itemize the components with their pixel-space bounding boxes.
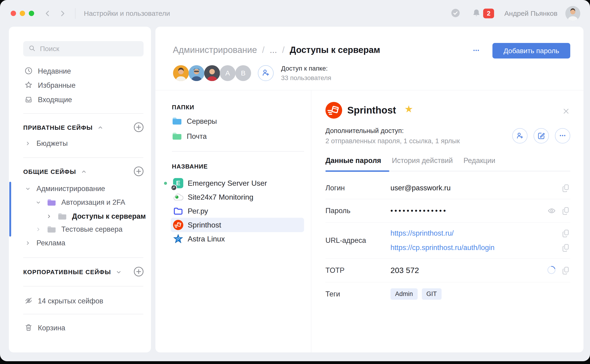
password-row-emergency[interactable]: E Emergency Server User	[155, 176, 304, 190]
password-row-regru[interactable]: Рег.ру	[155, 204, 304, 218]
chevron-up-icon[interactable]	[81, 169, 87, 175]
sidebar-item-budgets[interactable]: Бюджеты	[24, 137, 151, 150]
copy-icon[interactable]	[561, 206, 570, 215]
field-row-password: Пароль ••••••••••••••	[325, 199, 570, 223]
tag-git[interactable]: GIT	[422, 288, 442, 300]
chevron-down-icon[interactable]	[116, 269, 122, 275]
tree-item-server-access[interactable]: Доступы к серверам	[46, 210, 151, 223]
page-title: Настройки и пользователи	[84, 10, 170, 17]
current-user-name[interactable]: Андрей Пьянков	[504, 10, 557, 17]
maximize-window-button[interactable]	[29, 11, 34, 16]
section-private-safes: ПРИВАТНЫЕ СЕЙФЫ	[23, 121, 144, 134]
tree-item-administration[interactable]: Администрирование	[24, 182, 151, 195]
member-avatar[interactable]	[189, 65, 204, 81]
close-window-button[interactable]	[11, 11, 16, 16]
totp-timer-icon	[547, 265, 556, 276]
member-avatar-initial[interactable]: B	[235, 65, 251, 81]
add-shared-safe-button[interactable]	[133, 166, 144, 178]
copy-icon[interactable]	[561, 183, 570, 193]
favorite-star-icon[interactable]: ★	[404, 103, 413, 115]
invite-user-button[interactable]	[258, 65, 274, 81]
field-row-login: Логин user@passwork.ru	[325, 177, 570, 199]
password-item-name: Рег.ру	[188, 207, 208, 215]
member-avatar[interactable]	[204, 65, 220, 81]
add-password-button[interactable]: Добавить пароль	[492, 43, 570, 58]
password-masked-value: ••••••••••••••	[390, 207, 447, 215]
url-link[interactable]: https://sprinthost.ru/	[390, 229, 454, 237]
chevron-down-icon[interactable]	[35, 200, 42, 205]
copy-icon[interactable]	[561, 266, 570, 275]
folder-gray-icon	[58, 212, 67, 220]
folder-more-button[interactable]	[469, 43, 484, 58]
member-avatar-initial[interactable]: A	[220, 65, 236, 81]
chevron-right-icon[interactable]	[35, 227, 42, 232]
sidebar-divider	[23, 257, 143, 258]
tab-activity-history[interactable]: История действий	[392, 156, 453, 167]
safe-label: Администрирование	[36, 185, 105, 193]
password-row-sprinthost[interactable]: Sprinthost	[155, 218, 304, 232]
folder-green-icon	[172, 132, 182, 141]
sidebar-item-favorites[interactable]: Избранные	[9, 79, 151, 92]
tree-item-auth-2fa[interactable]: Авторизация и 2FA	[35, 196, 151, 209]
sidebar-item-trash[interactable]: Корзина	[9, 322, 151, 335]
tag-admin[interactable]: Admin	[390, 288, 418, 300]
add-corporate-safe-button[interactable]	[133, 266, 144, 278]
add-private-safe-button[interactable]	[133, 122, 144, 133]
field-label: URL-адреса	[325, 236, 390, 245]
member-avatar[interactable]	[173, 65, 189, 81]
totp-value: 203 572	[390, 266, 419, 275]
chevron-up-icon[interactable]	[97, 125, 103, 131]
folder-name: Серверы	[187, 117, 217, 126]
notifications-count-badge[interactable]: 2	[483, 9, 494, 18]
field-row-tags: Теги Admin GIT	[325, 282, 570, 306]
search-box[interactable]	[23, 41, 144, 56]
url-line: https://cp.sprinthost.ru/auth/login	[390, 240, 570, 255]
sidebar-item-inbox[interactable]: Входящие	[9, 93, 151, 106]
sidebar-item-label: 14 скрытых сейфов	[38, 297, 103, 305]
tree-item-ads[interactable]: Реклама	[24, 237, 151, 250]
section-title: ОБЩИЕ СЕЙФЫ	[23, 168, 76, 176]
regru-folder-icon	[173, 206, 183, 216]
section-title: ПРИВАТНЫЕ СЕЙФЫ	[23, 124, 93, 131]
breadcrumb-root[interactable]: Администрирование	[173, 45, 257, 55]
back-icon[interactable]	[43, 9, 52, 18]
breadcrumb-ellipsis[interactable]: ...	[270, 45, 277, 55]
chevron-right-icon[interactable]	[24, 240, 31, 246]
copy-icon[interactable]	[561, 243, 570, 252]
app-window: Настройки и пользователи 2 Андрей Пьянко…	[0, 0, 590, 361]
folder-label: Тестовые сервера	[61, 225, 122, 234]
breadcrumb-current: Доступы к серверам	[290, 45, 380, 55]
main-panel: Администрирование / ... / Доступы к серв…	[155, 27, 583, 352]
more-actions-button[interactable]	[555, 128, 570, 143]
close-icon[interactable]	[562, 107, 570, 115]
notifications-bell-icon[interactable]	[472, 9, 481, 18]
tab-revisions[interactable]: Редакции	[463, 156, 495, 167]
status-check-icon[interactable]	[451, 9, 460, 18]
share-access-button[interactable]	[512, 128, 528, 143]
chevron-right-icon[interactable]	[24, 141, 31, 146]
password-row-astra[interactable]: Astra Linux	[155, 232, 304, 246]
show-password-eye-icon[interactable]	[547, 206, 556, 215]
ellipsis-icon	[472, 46, 480, 55]
sidebar-item-recent[interactable]: Недавние	[9, 65, 151, 78]
sprinthost-logo-icon	[173, 220, 183, 230]
folder-row-servers[interactable]: Серверы	[155, 115, 304, 128]
url-link[interactable]: https://cp.sprinthost.ru/auth/login	[390, 244, 495, 252]
section-title: КОРПОРАТИВНЫЕ СЕЙФЫ	[23, 269, 111, 276]
user-avatar[interactable]	[565, 6, 580, 21]
breadcrumb: Администрирование / ... / Доступы к серв…	[173, 45, 380, 55]
sidebar-item-hidden-safes[interactable]: 14 скрытых сейфов	[9, 295, 151, 308]
breadcrumb-separator: /	[282, 45, 285, 55]
search-input[interactable]	[40, 45, 138, 53]
tab-password-data[interactable]: Данные пароля	[325, 156, 381, 167]
minimize-window-button[interactable]	[20, 11, 25, 16]
folder-row-mail[interactable]: Почта	[155, 130, 304, 143]
field-label: Пароль	[325, 207, 390, 215]
chevron-right-icon[interactable]	[46, 214, 52, 219]
copy-icon[interactable]	[561, 229, 570, 238]
edit-password-button[interactable]	[534, 128, 549, 143]
password-row-site24x7[interactable]: Site24x7 Monitoring	[155, 190, 304, 204]
tree-item-test-servers[interactable]: Тестовые сервера	[35, 223, 151, 236]
forward-icon[interactable]	[58, 9, 67, 18]
chevron-down-icon[interactable]	[24, 186, 31, 192]
